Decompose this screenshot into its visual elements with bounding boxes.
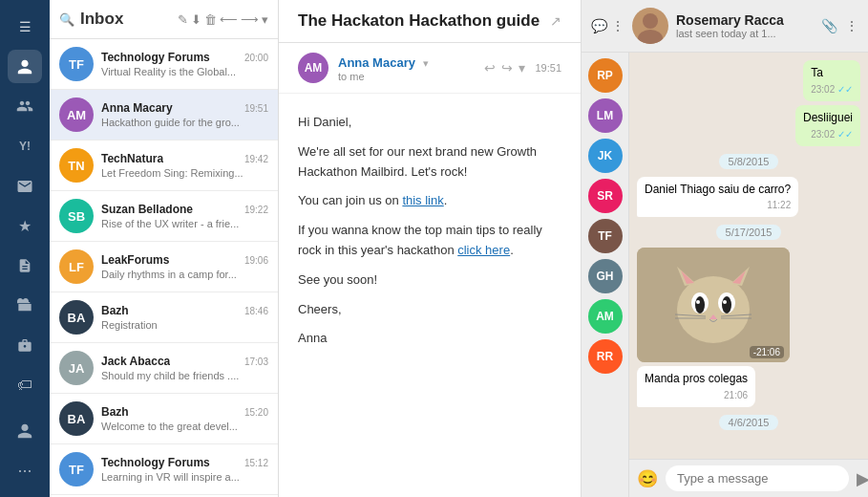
inbox-item[interactable]: AMAnna Macary19:51Hackathon guide for th… (50, 90, 278, 140)
inbox-item-preview: Learning in VR will inspire a... (101, 471, 268, 483)
inbox-item-name: Bazh (101, 405, 129, 419)
inbox-item-preview: Let Freedom Sing: Remixing... (101, 167, 268, 179)
inbox-list: TFTechnology Forums20:00Virtual Reality … (50, 39, 278, 497)
chat-contact-item[interactable]: AM (588, 299, 623, 334)
forward-email-icon[interactable]: ↗ (550, 13, 561, 29)
inbox-item[interactable]: SBSuzan Belladone19:22Rise of the UX wri… (50, 191, 278, 242)
inbox-item[interactable]: TFTechnology Forums20:00Virtual Reality … (50, 39, 278, 90)
chat-paperclip-icon[interactable]: 📎 (821, 18, 837, 33)
inbox-item[interactable]: BABazh15:20Welcome to the great devel... (50, 394, 278, 444)
inbox-item-preview: Virtual Reality is the Global... (101, 66, 268, 77)
chat-more-icon[interactable]: ⋮ (845, 18, 858, 33)
inbox-item-avatar: LF (59, 249, 94, 284)
back-button[interactable]: ⟵ (220, 12, 238, 27)
inbox-item-preview: Welcome to the great devel... (101, 421, 268, 432)
inbox-panel: 🔍 Inbox ✎ ⬇ 🗑 ⟵ ⟶ ▾ TFTechnology Forums2… (50, 0, 279, 497)
inbox-item-name: Bazh (101, 304, 129, 317)
search-icon[interactable]: 🔍 (59, 12, 74, 27)
inbox-toolbar: ✎ ⬇ 🗑 ⟵ ⟶ ▾ (178, 12, 268, 27)
compose-button[interactable]: ✎ (178, 12, 188, 27)
chat-contact-avatar[interactable] (632, 8, 668, 44)
chat-menu-icon[interactable]: ⋮ (611, 18, 625, 33)
message-bubble: Ta 23:02 ✓✓ (803, 60, 860, 101)
tag-icon[interactable]: 🏷 (8, 368, 42, 402)
yahoo-icon[interactable]: Y! (8, 129, 42, 163)
chat-contact-item[interactable]: RP (588, 58, 623, 93)
inbox-item-content: TechNatura19:42Let Freedom Sing: Remixin… (101, 152, 268, 179)
email-dropdown-icon[interactable]: ▾ (423, 57, 429, 69)
email-sign1: See you soon! (298, 270, 561, 291)
people-icon[interactable] (8, 89, 42, 123)
contacts-icon[interactable] (8, 50, 42, 84)
document-icon[interactable] (8, 248, 42, 283)
inbox-item-preview: Should my child be friends .... (101, 370, 268, 381)
inbox-item[interactable]: TFTechnology Forums15:12Learning in VR w… (50, 444, 278, 495)
download-button[interactable]: ⬇ (191, 12, 201, 27)
chat-contact-item[interactable]: RR (588, 339, 623, 374)
inbox-item-preview: Registration (101, 319, 268, 331)
chat-input[interactable] (666, 465, 849, 491)
email-para2: You can join us on this link. (298, 191, 561, 211)
inbox-item-content: Suzan Belladone19:22Rise of the UX write… (101, 203, 268, 229)
chat-contact-item[interactable]: SR (588, 179, 623, 213)
more-button[interactable]: ▾ (262, 12, 268, 27)
email-header: The Hackaton Hackathon guide ↗ (279, 0, 581, 43)
link1[interactable]: this link (402, 193, 443, 207)
chat-contact-item[interactable]: TF (588, 219, 623, 253)
inbox-item-content: Technology Forums15:12Learning in VR wil… (101, 456, 268, 483)
inbox-item[interactable]: BABazh18:46Registration (50, 292, 278, 343)
inbox-item-time: 19:06 (244, 255, 268, 266)
inbox-title: Inbox (80, 10, 172, 29)
chat-panel: 💬 ⋮ Rosemary Racca last seen today at 1.… (582, 0, 868, 497)
inbox-item[interactable]: LFLeakForums19:06Daily rhythms in a camp… (50, 242, 278, 292)
delete-button[interactable]: 🗑 (204, 12, 217, 27)
inbox-item-avatar: TF (59, 452, 94, 486)
emoji-icon[interactable]: 😊 (637, 468, 658, 489)
inbox-item-avatar: BA (59, 300, 94, 335)
package-icon[interactable] (8, 289, 42, 323)
chat-contacts: RPLMJKSRTFGHAMRR (582, 53, 629, 497)
chat-messages-icon[interactable]: 💬 (591, 18, 607, 33)
briefcase-icon[interactable] (8, 328, 42, 362)
chat-contact-item[interactable]: LM (588, 98, 623, 133)
more-nav-icon[interactable]: ··· (8, 453, 42, 487)
date-divider: 5/17/2015 (716, 225, 782, 240)
email-greeting: Hi Daniel, (298, 113, 561, 133)
inbox-item-time: 19:22 (244, 205, 268, 215)
chat-header-icons: 📎 ⋮ (821, 18, 858, 33)
inbox-item-avatar: TN (59, 148, 94, 183)
chat-contact-item[interactable]: GH (588, 259, 623, 293)
chat-image-bubble: -21:06 (637, 248, 790, 362)
chat-layout: RPLMJKSRTFGHAMRR Ta 23:02 ✓✓ Desliiguei … (582, 53, 868, 497)
message-time: 21:06 (645, 389, 748, 402)
forward-button[interactable]: ⟶ (241, 12, 259, 27)
email-sign3: Anna (298, 329, 561, 349)
star-icon[interactable]: ★ (8, 208, 42, 243)
message-bubble: Daniel Thiago saiu de carro? 11:22 (637, 177, 798, 218)
inbox-item-content: Anna Macary19:51Hackathon guide for the … (101, 101, 268, 128)
hamburger-icon[interactable]: ☰ (8, 10, 42, 44)
svg-point-12 (696, 300, 700, 304)
more-email-icon[interactable]: ▾ (519, 60, 525, 76)
chat-contact-name: Rosemary Racca (676, 12, 814, 28)
link2[interactable]: click here (457, 243, 510, 257)
inbox-item-name: TechNatura (101, 152, 163, 165)
send-icon[interactable]: ▶ (857, 468, 868, 489)
inbox-item-content: Bazh18:46Registration (101, 304, 268, 331)
inbox-item[interactable]: JAJack Abacca17:03Should my child be fri… (50, 343, 278, 394)
left-navigation: ☰ Y! ★ 🏷 ··· (0, 0, 50, 497)
inbox-item-time: 20:00 (244, 53, 268, 63)
inbox-item-time: 19:51 (244, 103, 268, 114)
forward-icon[interactable]: ↪ (501, 60, 513, 76)
inbox-item[interactable]: TNTechNatura19:42Let Freedom Sing: Remix… (50, 140, 278, 191)
reply-icon[interactable]: ↩ (484, 60, 496, 76)
chat-header-info: Rosemary Racca last seen today at 1... (676, 12, 814, 39)
sender-avatar: AM (298, 53, 328, 83)
email-panel: The Hackaton Hackathon guide ↗ AM Anna M… (279, 0, 582, 497)
message-time: 23:02 ✓✓ (803, 128, 853, 141)
inbox-nav-icon[interactable] (8, 169, 42, 204)
chat-input-bar: 😊 ▶ (629, 459, 868, 497)
chat-contact-item[interactable]: JK (588, 139, 623, 173)
message-text: Desliiguei (803, 110, 853, 126)
contact-bottom-icon[interactable] (8, 414, 42, 448)
